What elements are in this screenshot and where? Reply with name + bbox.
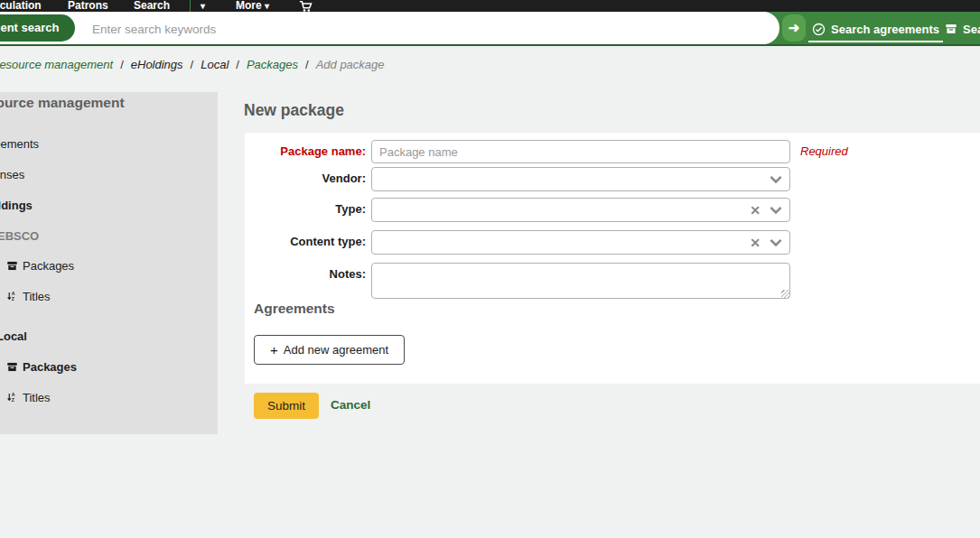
nav-item-patrons[interactable]: Patrons (68, 0, 108, 12)
top-nav: Circulation Patrons Search ▾ More ▾ (0, 0, 980, 12)
page-title: New package (244, 101, 344, 120)
sidebar-item-ebsco-titles[interactable]: AZ Titles (6, 290, 51, 303)
search-input[interactable] (90, 12, 726, 46)
search-submit-button[interactable]: ➜ (782, 14, 806, 42)
vendor-select[interactable] (371, 167, 790, 191)
cancel-link[interactable]: Cancel (331, 398, 370, 412)
type-label: Type: (245, 202, 366, 216)
svg-text:Z: Z (12, 296, 15, 301)
package-box-icon (6, 260, 18, 272)
submit-button[interactable]: Submit (254, 393, 319, 419)
sort-alpha-icon: AZ (6, 392, 18, 404)
agreements-heading: Agreements (254, 301, 335, 317)
clear-icon[interactable]: ✕ (750, 235, 761, 251)
sidebar-item-label: eHoldings (0, 199, 33, 212)
sidebar-item-agreements[interactable]: Agreements (0, 137, 39, 151)
breadcrumb-separator: / (191, 58, 194, 71)
svg-text:Z: Z (12, 397, 15, 403)
sidebar: Resource management Agreements Licenses … (0, 92, 218, 434)
plus-icon: + (270, 342, 278, 357)
nav-divider (190, 0, 191, 12)
sidebar-section-label: EBSCO (0, 229, 39, 243)
chevron-down-icon (769, 173, 783, 186)
package-name-label: Package name: (245, 144, 366, 158)
sidebar-item-label: Agreements (0, 137, 39, 151)
add-new-agreement-label: Add new agreement (284, 343, 388, 357)
search-agreements-link[interactable]: Search agreements (812, 19, 939, 39)
new-package-form: Package name: Required Vendor: Type: ✕ C… (245, 133, 980, 384)
arrow-right-icon: ➜ (789, 20, 800, 35)
breadcrumb-separator: / (305, 58, 309, 71)
svg-text:A: A (12, 291, 15, 296)
sidebar-item-label: Titles (23, 391, 51, 404)
chevron-down-icon (769, 204, 783, 217)
content-type-select[interactable]: ✕ (371, 230, 790, 255)
breadcrumb-eholdings: eHoldings (131, 58, 183, 71)
package-box-icon (945, 23, 957, 35)
chevron-down-icon (769, 237, 783, 249)
sidebar-item-licenses[interactable]: Licenses (0, 168, 24, 181)
breadcrumb-separator: / (120, 58, 124, 71)
clear-icon[interactable]: ✕ (750, 202, 761, 218)
type-select[interactable]: ✕ (371, 198, 790, 222)
content-type-label: Content type: (245, 235, 366, 248)
notes-textarea[interactable] (371, 263, 790, 299)
nav-item-circulation[interactable]: Circulation (0, 0, 42, 12)
breadcrumb-separator: / (236, 58, 239, 71)
breadcrumb-packages[interactable]: Packages (247, 58, 298, 71)
resize-handle[interactable] (781, 290, 789, 298)
sidebar-item-local-titles[interactable]: AZ Titles (6, 391, 51, 404)
search-agreements-label: Search agreements (831, 23, 939, 36)
add-new-agreement-button[interactable]: + Add new agreement (254, 335, 405, 365)
sidebar-item-local-packages[interactable]: Packages (6, 360, 77, 374)
sidebar-section-label: Local (0, 329, 27, 343)
chevron-down-icon: ▾ (265, 1, 269, 11)
sidebar-item-label: Packages (23, 360, 77, 374)
breadcrumb-current-add-package: Add package (316, 58, 385, 71)
search-packages-label: Search packages (963, 23, 980, 36)
search-bar: Agreement search ➜ Search agreements Sea… (0, 12, 980, 46)
sidebar-item-eholdings[interactable]: eHoldings (0, 199, 33, 212)
breadcrumb-local: Local (201, 58, 229, 71)
cart-button[interactable] (299, 1, 313, 12)
sidebar-section-ebsco[interactable]: EBSCO (0, 229, 39, 243)
nav-item-search[interactable]: Search (134, 0, 170, 12)
app-root: Circulation Patrons Search ▾ More ▾ Agre… (0, 0, 980, 538)
sidebar-item-ebsco-packages[interactable]: Packages (6, 259, 74, 273)
package-box-icon (6, 361, 18, 373)
nav-item-more-label: More (236, 0, 262, 12)
check-circle-icon (812, 23, 826, 36)
vendor-label: Vendor: (245, 172, 366, 185)
sidebar-heading: Resource management (0, 95, 125, 111)
breadcrumb: Resource management / eHoldings / Local … (0, 58, 385, 71)
breadcrumb-resource-management[interactable]: Resource management (0, 58, 113, 71)
sort-alpha-icon: AZ (6, 291, 18, 302)
required-note: Required (800, 144, 848, 158)
cart-icon (299, 1, 313, 12)
search-packages-link[interactable]: Search packages (945, 19, 980, 39)
notes-label: Notes: (245, 267, 366, 281)
nav-dropdown-toggle[interactable]: ▾ (201, 0, 205, 12)
sidebar-item-label: Packages (23, 259, 74, 273)
package-name-input[interactable] (371, 140, 790, 163)
search-field (0, 12, 779, 44)
sidebar-item-label: Titles (23, 290, 51, 303)
search-type-tab[interactable]: Agreement search (0, 14, 75, 42)
sidebar-section-local[interactable]: Local (0, 329, 27, 343)
svg-text:A: A (12, 392, 15, 397)
nav-item-more[interactable]: More ▾ (236, 0, 269, 12)
sidebar-item-label: Licenses (0, 168, 24, 181)
chevron-down-icon: ▾ (201, 1, 205, 11)
